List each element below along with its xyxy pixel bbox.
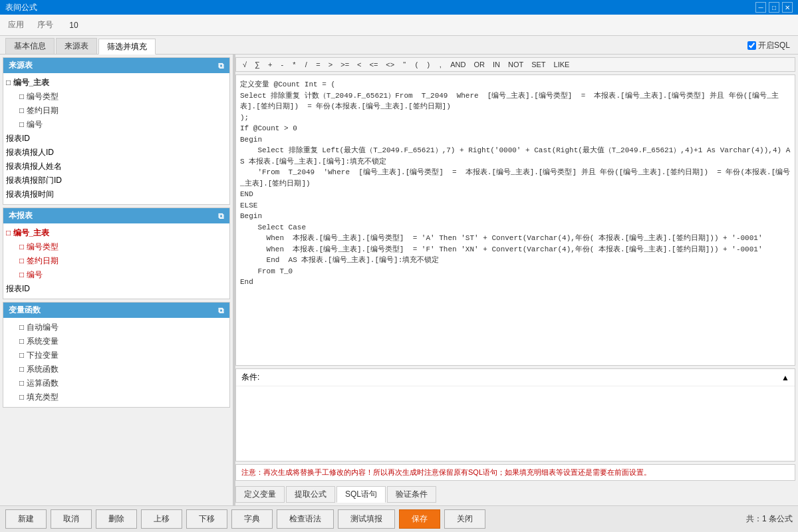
- conditions-header: 条件: ▲: [236, 369, 795, 386]
- variables-title: 变量函数: [9, 305, 41, 316]
- op-gte[interactable]: >=: [338, 60, 352, 69]
- tree-item[interactable]: 报表ID: [6, 132, 227, 146]
- order-value: 10: [64, 21, 84, 30]
- title-bar: 表间公式 ─ □ ✕: [0, 0, 798, 15]
- bottom-tabs: 定义变量 提取公式 SQL语句 验证条件: [235, 483, 795, 503]
- variables-expand-icon[interactable]: ⧉: [218, 306, 224, 315]
- notice-bar: 注意：再次生成将替换手工修改的内容！所以再次生成时注意保留原有SQL语句；如果填…: [235, 464, 795, 481]
- close-btn[interactable]: 关闭: [444, 509, 485, 529]
- tree-item[interactable]: 报表填报人姓名: [6, 160, 227, 174]
- op-validate[interactable]: √: [240, 60, 249, 69]
- tree-item[interactable]: □ 自动编号: [6, 321, 227, 334]
- bottom-tab-sql[interactable]: SQL语句: [336, 486, 386, 503]
- conditions-body[interactable]: [236, 386, 795, 460]
- bottom-tab-verify[interactable]: 验证条件: [387, 486, 436, 503]
- conditions-area: 条件: ▲: [235, 368, 795, 462]
- new-btn[interactable]: 新建: [5, 509, 47, 529]
- op-comma[interactable]: ,: [436, 60, 445, 69]
- tree-item[interactable]: □ 系统变量: [6, 334, 227, 348]
- tree-item[interactable]: 报表填报人ID: [6, 146, 227, 160]
- report-table-title: 本报表: [9, 210, 33, 221]
- check-syntax-btn[interactable]: 检查语法: [277, 509, 334, 529]
- move-up-btn[interactable]: 上移: [141, 509, 182, 529]
- tab-filter-fill[interactable]: 筛选并填充: [98, 39, 156, 55]
- report-table-header: 本报表 ⧉: [3, 208, 229, 223]
- tab-basic-info[interactable]: 基本信息: [5, 38, 55, 54]
- footer-count: 共：1 条公式: [746, 513, 793, 525]
- source-table-expand-icon[interactable]: ⧉: [218, 61, 224, 70]
- bottom-tab-define-var[interactable]: 定义变量: [235, 486, 285, 503]
- op-gt[interactable]: >: [326, 60, 335, 69]
- dictionary-btn[interactable]: 字典: [231, 509, 273, 529]
- sql-editor[interactable]: 定义变量 @Count Int = ( Select 排除重复 计数（T_204…: [235, 74, 795, 366]
- bottom-tab-extract-formula[interactable]: 提取公式: [286, 486, 335, 503]
- report-table-panel: 本报表 ⧉ □ 编号_主表 □ 编号类型 □ 签约日期 □ 编号 报表ID: [3, 207, 230, 299]
- report-table-expand-icon[interactable]: ⧉: [218, 211, 224, 221]
- window-title: 表间公式: [5, 2, 37, 13]
- right-panel: √ ∑ + - * / = > >= < <= <> " ( ) , AND O…: [235, 55, 798, 505]
- footer-buttons: 新建 取消 删除 上移 下移 字典 检查语法 测试填报 保存 关闭: [5, 509, 485, 529]
- open-sql-toggle: 开启SQL: [747, 40, 798, 54]
- cancel-btn[interactable]: 取消: [51, 509, 92, 529]
- report-table-tree: □ 编号_主表 □ 编号类型 □ 签约日期 □ 编号 报表ID: [3, 223, 229, 299]
- op-plus[interactable]: +: [265, 60, 275, 69]
- op-in[interactable]: IN: [490, 60, 503, 69]
- tree-item[interactable]: 报表ID: [6, 282, 227, 296]
- order-btn[interactable]: 序号: [35, 18, 56, 32]
- tree-item[interactable]: □ 签约日期: [6, 254, 227, 268]
- open-sql-label: 开启SQL: [758, 40, 790, 51]
- open-sql-checkbox[interactable]: [747, 41, 756, 50]
- op-rparen[interactable]: ): [424, 60, 433, 69]
- op-not[interactable]: NOT: [505, 60, 526, 69]
- tree-item[interactable]: □ 编号_主表: [6, 226, 227, 240]
- tree-item[interactable]: 报表填报时间: [6, 188, 227, 201]
- close-btn[interactable]: ✕: [782, 2, 793, 13]
- tab-source-table[interactable]: 来源表: [56, 38, 97, 54]
- save-btn[interactable]: 保存: [399, 509, 440, 529]
- conditions-label: 条件:: [241, 372, 259, 383]
- left-panel: 来源表 ⧉ □ 编号_主表 □ 编号类型 □ 签约日期 □ 编号 报表ID 报表…: [0, 55, 233, 505]
- notice-text: 注意：再次生成将替换手工修改的内容！所以再次生成时注意保留原有SQL语句；如果填…: [241, 468, 651, 476]
- minimize-btn[interactable]: ─: [755, 2, 766, 13]
- op-equals[interactable]: =: [313, 60, 323, 69]
- tree-item[interactable]: □ 编号: [6, 118, 227, 132]
- tree-item[interactable]: 报表填报部门ID: [6, 174, 227, 188]
- tree-item[interactable]: □ 签约日期: [6, 104, 227, 118]
- tree-item[interactable]: □ 系统函数: [6, 362, 227, 376]
- move-down-btn[interactable]: 下移: [186, 509, 227, 529]
- variables-tree: □ 自动编号 □ 系统变量 □ 下拉变量 □ 系统函数 □ 运算函数 □ 填充类…: [3, 318, 229, 407]
- main-tabs: 基本信息 来源表 筛选并填充: [5, 38, 156, 54]
- op-like[interactable]: LIKE: [551, 60, 573, 69]
- op-or[interactable]: OR: [471, 60, 487, 69]
- tree-item[interactable]: □ 填充类型: [6, 390, 227, 404]
- variables-panel: 变量函数 ⧉ □ 自动编号 □ 系统变量 □ 下拉变量 □ 系统函数 □ 运算函…: [3, 302, 230, 408]
- apply-btn[interactable]: 应用: [5, 18, 27, 32]
- main-content: 来源表 ⧉ □ 编号_主表 □ 编号类型 □ 签约日期 □ 编号 报表ID 报表…: [0, 55, 798, 505]
- op-sum[interactable]: ∑: [252, 60, 263, 69]
- footer: 新建 取消 删除 上移 下移 字典 检查语法 测试填报 保存 关闭 共：1 条公…: [0, 505, 798, 532]
- op-neq[interactable]: <>: [383, 60, 397, 69]
- op-divide[interactable]: /: [301, 60, 311, 69]
- tree-item[interactable]: □ 编号类型: [6, 90, 227, 104]
- source-table-header: 来源表 ⧉: [3, 58, 229, 73]
- op-multiply[interactable]: *: [289, 60, 299, 69]
- maximize-btn[interactable]: □: [769, 2, 779, 13]
- test-fill-btn[interactable]: 测试填报: [338, 509, 395, 529]
- variables-header: 变量函数 ⧉: [3, 303, 229, 318]
- toolbar: 应用 序号 10: [0, 15, 798, 36]
- tree-item[interactable]: □ 编号_主表: [6, 76, 227, 90]
- sql-ops-bar: √ ∑ + - * / = > >= < <= <> " ( ) , AND O…: [235, 57, 795, 72]
- delete-btn[interactable]: 删除: [96, 509, 137, 529]
- tree-item[interactable]: □ 运算函数: [6, 376, 227, 390]
- op-lte[interactable]: <=: [367, 60, 381, 69]
- tree-item[interactable]: □ 编号: [6, 268, 227, 282]
- op-minus[interactable]: -: [277, 60, 287, 69]
- op-set[interactable]: SET: [529, 60, 548, 69]
- tree-item[interactable]: □ 编号类型: [6, 240, 227, 254]
- op-lt[interactable]: <: [354, 60, 364, 69]
- op-and[interactable]: AND: [448, 60, 468, 69]
- op-quote[interactable]: ": [400, 60, 409, 69]
- op-lparen[interactable]: (: [412, 60, 421, 69]
- conditions-icon: ▲: [781, 373, 789, 382]
- tree-item[interactable]: □ 下拉变量: [6, 348, 227, 362]
